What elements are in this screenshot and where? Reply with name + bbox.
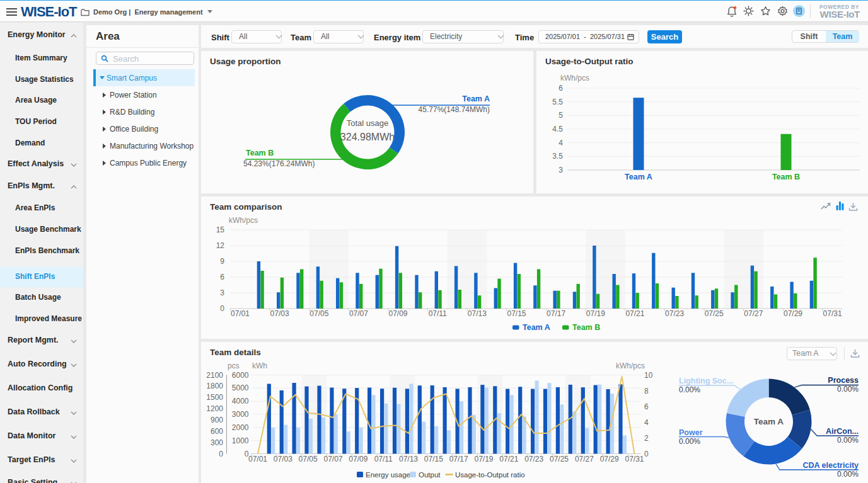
svg-text:Team B: Team B	[246, 149, 274, 157]
svg-text:1800: 1800	[206, 382, 223, 390]
svg-text:6: 6	[220, 273, 224, 281]
svg-text:07/07: 07/07	[349, 309, 368, 318]
svg-text:07/09: 07/09	[349, 455, 367, 463]
svg-text:4: 4	[558, 139, 563, 147]
svg-text:Team A: Team A	[625, 173, 652, 181]
svg-text:Total usage: Total usage	[347, 118, 389, 128]
svg-text:5000: 5000	[232, 384, 249, 392]
svg-text:5: 5	[558, 111, 563, 120]
svg-text:6: 6	[644, 402, 649, 411]
svg-text:8: 8	[644, 387, 649, 395]
svg-text:0.00%: 0.00%	[679, 385, 700, 394]
svg-text:324.98MWh: 324.98MWh	[340, 132, 395, 142]
svg-text:CDA electricity: CDA electricity	[803, 461, 859, 470]
svg-text:07/27: 07/27	[744, 309, 763, 318]
svg-text:0.00%: 0.00%	[679, 437, 700, 446]
svg-text:07/09: 07/09	[388, 309, 407, 318]
svg-text:3: 3	[558, 166, 563, 174]
svg-text:Team A: Team A	[523, 323, 550, 332]
svg-text:kWh: kWh	[252, 361, 267, 370]
svg-text:Output: Output	[419, 471, 441, 479]
svg-text:07/29: 07/29	[784, 309, 802, 318]
svg-text:07/03: 07/03	[270, 309, 289, 318]
svg-text:Team B: Team B	[772, 173, 800, 181]
svg-text:0: 0	[644, 450, 649, 458]
svg-text:6000: 6000	[232, 371, 249, 380]
svg-text:Team B: Team B	[572, 323, 600, 332]
svg-text:07/25: 07/25	[550, 455, 569, 463]
svg-text:2: 2	[644, 434, 649, 443]
svg-text:07/31: 07/31	[823, 309, 842, 318]
svg-text:07/21: 07/21	[625, 309, 644, 318]
svg-text:Lighting Soc...: Lighting Soc...	[679, 377, 733, 385]
svg-text:1000: 1000	[232, 436, 249, 445]
svg-text:07/13: 07/13	[468, 309, 487, 318]
svg-text:9: 9	[220, 257, 224, 266]
svg-text:0.00%: 0.00%	[837, 436, 859, 445]
svg-text:07/01: 07/01	[231, 309, 250, 318]
svg-text:07/17: 07/17	[547, 309, 565, 318]
svg-text:5.5: 5.5	[552, 98, 563, 106]
svg-text:3000: 3000	[232, 410, 249, 419]
svg-text:07/11: 07/11	[429, 309, 447, 318]
svg-text:4: 4	[644, 418, 649, 427]
svg-text:07/15: 07/15	[507, 309, 526, 318]
svg-text:Energy usage: Energy usage	[366, 471, 410, 479]
svg-text:10: 10	[644, 371, 653, 380]
svg-text:4.5: 4.5	[552, 125, 563, 134]
svg-text:12: 12	[216, 241, 225, 250]
svg-text:300: 300	[211, 438, 223, 447]
svg-text:3.5: 3.5	[552, 152, 563, 161]
svg-text:pcs: pcs	[228, 361, 240, 370]
svg-text:07/15: 07/15	[424, 455, 443, 463]
svg-text:07/05: 07/05	[310, 309, 328, 318]
svg-text:54.23%(176.24MWh): 54.23%(176.24MWh)	[243, 159, 315, 168]
svg-text:07/25: 07/25	[705, 309, 724, 318]
svg-text:kWh/pcs: kWh/pcs	[229, 216, 258, 225]
svg-text:07/19: 07/19	[586, 309, 605, 318]
svg-text:kWh/pcs: kWh/pcs	[616, 361, 645, 370]
svg-text:45.77%(148.74MWh): 45.77%(148.74MWh)	[419, 105, 490, 114]
svg-text:07/21: 07/21	[499, 455, 518, 463]
svg-text:1500: 1500	[206, 393, 223, 402]
svg-text:15: 15	[216, 225, 225, 234]
svg-text:900: 900	[211, 416, 223, 424]
svg-text:0.00%: 0.00%	[837, 385, 859, 394]
svg-text:0: 0	[219, 450, 223, 458]
svg-text:07/23: 07/23	[665, 309, 684, 318]
svg-text:4000: 4000	[232, 397, 249, 406]
svg-text:Team A: Team A	[462, 94, 490, 103]
svg-text:6: 6	[558, 84, 563, 93]
svg-text:1200: 1200	[206, 404, 223, 413]
svg-text:Team A: Team A	[754, 417, 784, 426]
svg-text:600: 600	[211, 427, 223, 436]
svg-text:07/31: 07/31	[625, 455, 644, 463]
svg-text:Usage-to-Output ratio: Usage-to-Output ratio	[455, 471, 525, 479]
svg-text:2000: 2000	[232, 423, 249, 432]
svg-text:0: 0	[220, 304, 224, 313]
svg-text:Power: Power	[679, 428, 703, 437]
svg-text:AirCon...: AirCon...	[826, 427, 859, 436]
svg-text:3: 3	[220, 288, 224, 297]
svg-text:2100: 2100	[206, 371, 223, 380]
svg-text:07/05: 07/05	[299, 455, 318, 463]
svg-text:Process: Process	[828, 376, 859, 385]
svg-text:0.00%: 0.00%	[837, 470, 859, 479]
svg-text:kWh/pcs: kWh/pcs	[560, 74, 589, 82]
